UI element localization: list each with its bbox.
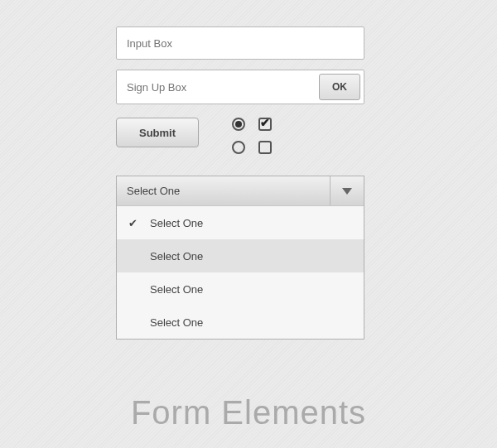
radio-checked[interactable] xyxy=(232,118,245,131)
chevron-down-icon[interactable] xyxy=(331,176,364,205)
toggle-group xyxy=(232,118,277,159)
submit-button[interactable]: Submit xyxy=(116,118,199,147)
select-label: Select One xyxy=(117,176,331,205)
select-option[interactable]: Select One xyxy=(117,206,364,239)
select-dropdown: Select One Select One Select One Select … xyxy=(116,176,364,340)
ok-button[interactable]: OK xyxy=(319,74,360,100)
checkbox-unchecked[interactable] xyxy=(258,141,272,154)
radio-unchecked[interactable] xyxy=(232,141,245,154)
signup-row: OK xyxy=(116,70,364,104)
signup-input[interactable] xyxy=(120,81,319,94)
select-option[interactable]: Select One xyxy=(117,306,364,339)
page-title: Form Elements xyxy=(0,394,497,431)
form-container: OK Submit Select One Select One Select O… xyxy=(116,26,381,340)
submit-row: Submit xyxy=(116,118,381,159)
select-option[interactable]: Select One xyxy=(117,239,364,272)
checkbox-checked[interactable] xyxy=(258,118,272,131)
svg-marker-0 xyxy=(342,188,352,195)
text-input[interactable] xyxy=(116,26,364,60)
select-option[interactable]: Select One xyxy=(117,272,364,306)
select-header[interactable]: Select One xyxy=(117,176,364,206)
